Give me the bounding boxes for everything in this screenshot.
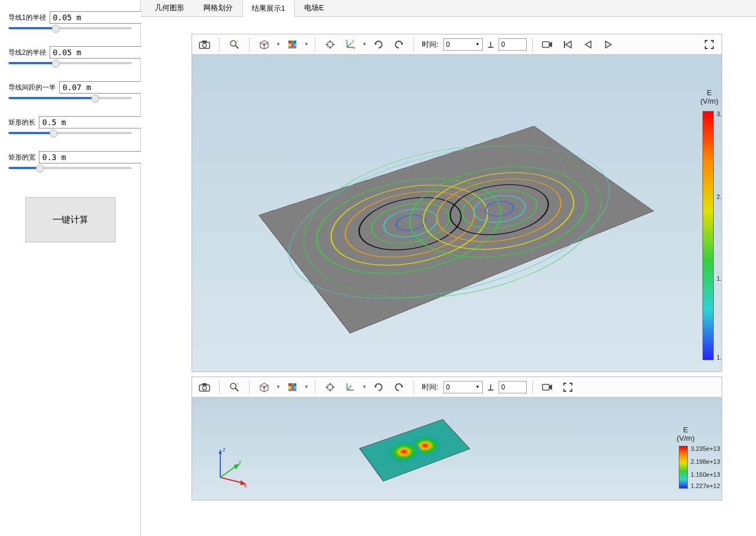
time-label: 时间: xyxy=(422,382,439,392)
tab-results1[interactable]: 结果展示1 xyxy=(242,0,295,17)
svg-point-29 xyxy=(263,386,265,388)
svg-rect-12 xyxy=(288,46,296,48)
view-surface: ▼ ▼ ▼ 时间: 0▼ 0 xyxy=(192,376,722,500)
svg-rect-32 xyxy=(294,383,296,386)
param-label: 导线间距的一半 xyxy=(8,83,56,92)
half-distance-slider[interactable] xyxy=(8,97,132,99)
record-icon[interactable] xyxy=(539,37,557,52)
chevron-down-icon[interactable]: ▼ xyxy=(275,42,281,47)
svg-rect-7 xyxy=(291,41,294,43)
svg-rect-37 xyxy=(328,385,332,389)
cube-icon[interactable] xyxy=(283,379,301,395)
svg-rect-22 xyxy=(542,42,549,47)
svg-rect-36 xyxy=(288,389,296,391)
move-icon[interactable] xyxy=(321,379,339,395)
axes-icon[interactable]: zyx xyxy=(341,37,359,52)
move-icon[interactable] xyxy=(321,37,339,52)
cube-icon[interactable] xyxy=(283,37,301,52)
box-icon[interactable] xyxy=(255,37,273,52)
svg-text:y: y xyxy=(352,39,354,43)
first-icon[interactable] xyxy=(559,37,577,52)
chevron-down-icon[interactable]: ▼ xyxy=(304,42,309,47)
axes-icon[interactable] xyxy=(341,379,359,395)
rect-length-slider[interactable] xyxy=(8,132,132,134)
svg-rect-33 xyxy=(288,386,291,389)
svg-rect-2 xyxy=(202,41,207,43)
view-contour: ▼ ▼ zyx ▼ 时间: 0▼ 0 xyxy=(192,34,722,372)
svg-rect-8 xyxy=(294,41,296,43)
svg-point-5 xyxy=(263,43,265,46)
svg-rect-31 xyxy=(291,383,294,386)
svg-text:y: y xyxy=(238,458,242,465)
view1-canvas[interactable]: E(V/m) 3.235e+13 2.198e+13 1.160e+13 1.2… xyxy=(192,55,722,371)
wire2-radius-slider[interactable] xyxy=(8,62,132,64)
rotate-ccw-icon[interactable] xyxy=(390,37,408,52)
axis-triad: z y x xyxy=(209,444,254,489)
svg-rect-43 xyxy=(542,384,549,390)
record-icon[interactable] xyxy=(539,379,557,395)
rotate-cw-icon[interactable] xyxy=(370,379,388,395)
svg-line-16 xyxy=(347,43,352,47)
svg-rect-9 xyxy=(288,43,291,46)
svg-rect-26 xyxy=(202,383,207,386)
param-rect-width: 矩形的宽 xyxy=(8,151,132,169)
compute-button[interactable]: 一键计算 xyxy=(25,197,115,242)
svg-rect-13 xyxy=(328,42,332,47)
tab-geometry[interactable]: 几何图形 xyxy=(145,0,194,16)
perp-icon[interactable] xyxy=(485,379,496,395)
param-rect-length: 矩形的长 xyxy=(8,116,132,134)
view2-canvas[interactable]: z y x E(V/m) 3.235e+13 2.198e+13 1.160e+… xyxy=(192,397,722,500)
expand-icon[interactable] xyxy=(700,37,718,52)
wire1-radius-slider[interactable] xyxy=(8,27,132,29)
time-label: 时间: xyxy=(422,39,439,50)
prev-icon[interactable] xyxy=(579,37,597,52)
svg-line-45 xyxy=(220,477,243,483)
svg-line-28 xyxy=(235,388,238,391)
expand-icon[interactable] xyxy=(559,379,577,395)
time-select[interactable]: 0▼ xyxy=(443,381,483,393)
rect-width-slider[interactable] xyxy=(8,167,132,169)
zoom-icon[interactable] xyxy=(225,379,243,395)
param-label: 导线2的半径 xyxy=(8,48,46,57)
rect-width-input[interactable] xyxy=(39,151,146,163)
svg-point-25 xyxy=(203,386,207,390)
frame-spinner[interactable]: 0 xyxy=(499,38,527,51)
param-label: 矩形的宽 xyxy=(8,153,35,162)
svg-text:x: x xyxy=(353,46,355,50)
svg-point-1 xyxy=(203,43,207,47)
svg-point-27 xyxy=(230,383,236,389)
param-label: 矩形的长 xyxy=(8,118,35,127)
svg-point-3 xyxy=(230,41,236,46)
tab-mesh[interactable]: 网格划分 xyxy=(194,0,242,16)
tab-bar: 几何图形 网格划分 结果展示1 电场E xyxy=(141,0,756,17)
param-wire1-radius: 导线1的半径 xyxy=(8,11,132,29)
svg-rect-6 xyxy=(288,41,291,43)
chevron-down-icon[interactable]: ▼ xyxy=(362,42,367,47)
svg-line-46 xyxy=(220,466,236,477)
svg-line-4 xyxy=(235,46,238,48)
tab-content: ▼ ▼ zyx ▼ 时间: 0▼ 0 xyxy=(141,17,756,536)
param-wire2-radius: 导线2的半径 xyxy=(8,46,132,64)
chevron-down-icon[interactable]: ▼ xyxy=(304,384,309,389)
rotate-ccw-icon[interactable] xyxy=(390,379,408,395)
surface-plot xyxy=(359,419,470,482)
chevron-down-icon[interactable]: ▼ xyxy=(275,384,281,389)
play-icon[interactable] xyxy=(599,37,617,52)
frame-spinner[interactable]: 0 xyxy=(499,381,527,393)
svg-text:z: z xyxy=(345,39,348,42)
chevron-down-icon[interactable]: ▼ xyxy=(362,384,367,389)
tab-efield[interactable]: 电场E xyxy=(295,0,333,16)
zoom-icon[interactable] xyxy=(225,37,243,52)
svg-rect-34 xyxy=(291,386,294,389)
svg-rect-10 xyxy=(291,43,294,46)
camera-icon[interactable] xyxy=(195,379,214,395)
perp-icon[interactable] xyxy=(485,37,496,52)
time-select[interactable]: 0▼ xyxy=(443,38,483,51)
rotate-cw-icon[interactable] xyxy=(370,37,388,52)
camera-icon[interactable] xyxy=(195,37,214,52)
svg-rect-35 xyxy=(294,386,296,389)
rect-length-input[interactable] xyxy=(39,116,146,129)
main-area: 几何图形 网格划分 结果展示1 电场E ▼ ▼ zyx ▼ xyxy=(141,0,756,536)
box-icon[interactable] xyxy=(255,379,273,395)
param-label: 导线1的半径 xyxy=(8,13,46,23)
